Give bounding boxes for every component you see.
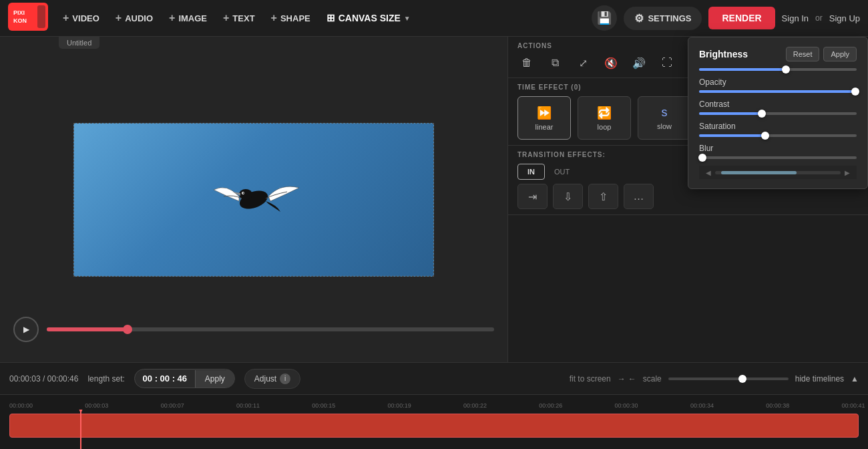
fit-to-screen-label[interactable]: fit to screen (570, 374, 611, 384)
brightness-slider-track[interactable] (699, 68, 857, 71)
progress-bar[interactable] (47, 327, 494, 331)
blur-slider-track[interactable] (699, 156, 857, 159)
settings-button[interactable]: ⚙ SETTINGS (624, 7, 702, 30)
slow-icon: s (662, 106, 668, 120)
sign-in-link[interactable]: Sign In (782, 13, 809, 23)
video-plus-icon: + (63, 12, 69, 24)
scroll-left-arrow[interactable]: ◀ (706, 169, 711, 176)
timeline-track[interactable] (9, 414, 859, 438)
hide-timelines-chevron[interactable]: ▲ (851, 374, 859, 384)
length-input[interactable] (135, 369, 195, 388)
svg-text:KON: KON (13, 17, 27, 24)
playback-controls: ▶ (13, 317, 494, 342)
opacity-slider-track[interactable] (699, 90, 857, 93)
transition-in-button[interactable]: IN (517, 164, 545, 180)
saturation-slider-section: Saturation (699, 122, 857, 137)
brightness-slider-thumb[interactable] (782, 65, 790, 73)
untitled-badge: Untitled (59, 37, 99, 49)
copy-action-icon[interactable]: ⧉ (546, 53, 564, 72)
contrast-label: Contrast (699, 100, 857, 109)
transform-action-icon[interactable]: ⤢ (574, 53, 592, 72)
save-button[interactable]: 💾 (592, 5, 617, 31)
logo[interactable]: PIXI KON (8, 3, 53, 33)
video-container (73, 123, 434, 277)
trans-slide-up-icon[interactable]: ⇧ (588, 184, 618, 209)
fullscreen-action-icon[interactable]: ⛶ (658, 53, 676, 72)
brightness-slider-section (699, 68, 857, 71)
video-nav-label: VIDEO (72, 13, 99, 23)
zoom-out-arrow[interactable]: → (618, 374, 626, 384)
brightness-slider-fill (699, 68, 786, 71)
opacity-slider-fill (699, 90, 857, 93)
saturation-slider-track[interactable] (699, 134, 857, 137)
ruler-mark: 00:00:11 (236, 402, 260, 409)
contrast-slider-track[interactable] (699, 112, 857, 115)
bird-image (200, 160, 307, 240)
play-icon: ▶ (23, 325, 29, 334)
gear-icon: ⚙ (634, 12, 644, 25)
trans-slide-down-icon[interactable]: ⇩ (553, 184, 583, 209)
video-nav-btn[interactable]: + VIDEO (56, 8, 106, 28)
time-option-linear[interactable]: ⏩ linear (517, 96, 571, 140)
text-nav-label: TEXT (232, 13, 254, 23)
blur-slider-thumb[interactable] (698, 154, 706, 162)
time-option-loop[interactable]: 🔁 loop (578, 96, 631, 140)
image-nav-btn[interactable]: + IMAGE (162, 8, 214, 28)
contrast-slider-thumb[interactable] (758, 110, 766, 118)
loop-icon: 🔁 (597, 106, 612, 120)
scale-slider[interactable] (668, 378, 789, 380)
text-nav-btn[interactable]: + TEXT (216, 8, 262, 28)
delete-action-icon[interactable]: 🗑 (517, 53, 536, 72)
panel-scrollbar: ◀ ▶ (699, 166, 857, 179)
brightness-apply-button[interactable]: Apply (823, 47, 857, 61)
timeline-area: 00:00:03 / 00:00:46 length set: Apply Ad… (0, 362, 868, 449)
canvas-icon: ⊞ (327, 12, 335, 24)
svg-text:PIXI: PIXI (13, 9, 25, 16)
scroll-track[interactable] (715, 171, 841, 174)
canvas-dropdown-icon: ▼ (404, 15, 411, 22)
linear-label: linear (535, 123, 554, 131)
hide-timelines-label[interactable]: hide timelines (795, 374, 844, 384)
audio-plus-icon: + (116, 12, 122, 24)
progress-thumb (123, 325, 132, 334)
progress-fill (47, 327, 128, 331)
opacity-label: Opacity (699, 78, 857, 87)
brightness-panel: Brightness Reset Apply Opacity (688, 37, 868, 189)
scroll-right-arrow[interactable]: ▶ (845, 169, 850, 176)
saturation-slider-thumb[interactable] (761, 132, 769, 140)
ruler-mark: 00:00:26 (539, 402, 562, 409)
opacity-slider-thumb[interactable] (851, 88, 859, 96)
svg-rect-3 (37, 5, 45, 28)
timeline-controls: 00:00:03 / 00:00:46 length set: Apply Ad… (0, 363, 868, 395)
timeline-right-controls: fit to screen → ← scale hide timelines ▲ (570, 374, 859, 384)
contrast-slider-fill (699, 112, 762, 115)
timeline-ruler: 00:00:0000:00:0300:00:0700:00:1100:00:15… (0, 395, 868, 410)
brightness-reset-button[interactable]: Reset (786, 47, 820, 61)
brightness-header-row: Brightness Reset Apply (699, 47, 857, 61)
zoom-in-arrow[interactable]: ← (628, 374, 636, 384)
text-plus-icon: + (223, 12, 229, 24)
svg-point-7 (243, 192, 244, 194)
blur-slider-section: Blur (699, 144, 857, 159)
adjust-button[interactable]: Adjust i (244, 369, 300, 389)
shape-nav-btn[interactable]: + SHAPE (264, 8, 317, 28)
settings-label: SETTINGS (648, 13, 691, 23)
ruler-mark: 00:00:15 (312, 402, 335, 409)
saturation-label: Saturation (699, 122, 857, 131)
canvas-size-nav-btn[interactable]: ⊞ CANVAS SIZE ▼ (320, 8, 417, 28)
play-button[interactable]: ▶ (13, 317, 39, 342)
render-button[interactable]: RENDER (708, 7, 775, 29)
time-option-slow[interactable]: s slow (638, 96, 691, 140)
mute-action-icon[interactable]: 🔇 (602, 53, 620, 72)
video-preview: ▶ (0, 37, 507, 362)
trans-other-icon[interactable]: … (624, 184, 654, 209)
volume-action-icon[interactable]: 🔊 (630, 53, 648, 72)
sign-up-link[interactable]: Sign Up (829, 13, 860, 23)
scale-label: scale (643, 374, 662, 384)
length-apply-button[interactable]: Apply (195, 370, 234, 388)
trans-slide-right-icon[interactable]: ⇥ (517, 184, 548, 209)
ruler-mark: 00:00:38 (766, 402, 789, 409)
scale-slider-thumb[interactable] (738, 375, 746, 383)
audio-nav-btn[interactable]: + AUDIO (109, 8, 160, 28)
ruler-mark: 00:00:07 (161, 402, 184, 409)
